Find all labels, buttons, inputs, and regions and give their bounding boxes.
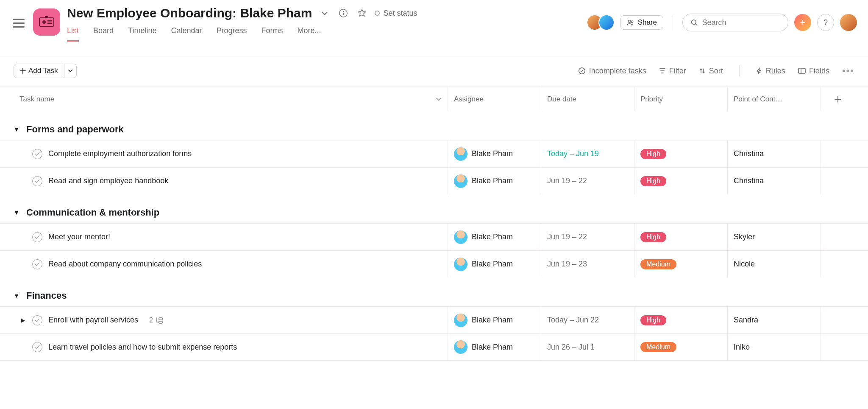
- rules-button[interactable]: Rules: [756, 67, 785, 76]
- task-row[interactable]: ▶ Read and sign employee handbook Blake …: [0, 167, 868, 194]
- task-main-cell[interactable]: ▶ Read about company communication polic…: [14, 251, 448, 277]
- due-date-cell[interactable]: Today – Jun 22: [541, 307, 634, 333]
- assignee-cell[interactable]: Blake Pham: [448, 140, 541, 167]
- fields-button[interactable]: Fields: [798, 67, 829, 76]
- due-date-cell[interactable]: Jun 26 – Jul 1: [541, 334, 634, 360]
- hamburger-menu-button[interactable]: [11, 15, 26, 31]
- column-task-name[interactable]: Task name: [14, 87, 448, 111]
- project-icon[interactable]: [33, 8, 60, 36]
- task-row[interactable]: ▶ Complete employment authorization form…: [0, 140, 868, 167]
- section-caret-icon[interactable]: ▼: [14, 209, 20, 216]
- subtask-count-badge[interactable]: 2: [149, 317, 163, 324]
- set-status-button[interactable]: Set status: [375, 9, 417, 18]
- topbar: New Employee Onboarding: Blake Pham Set …: [0, 0, 868, 55]
- complete-checkbox[interactable]: [32, 232, 42, 242]
- section-header[interactable]: ▼ Forms and paperwork: [0, 111, 868, 140]
- svg-rect-2: [47, 20, 52, 22]
- share-button[interactable]: Share: [620, 15, 663, 30]
- member-avatar[interactable]: [598, 14, 615, 31]
- expand-subtasks-caret[interactable]: ▶: [19, 317, 26, 323]
- priority-cell[interactable]: High: [634, 224, 727, 250]
- section-header[interactable]: ▼ Finances: [0, 277, 868, 306]
- assignee-avatar: [454, 147, 467, 161]
- column-poc[interactable]: Point of Cont…: [727, 87, 821, 111]
- task-main-cell[interactable]: ▶ Complete employment authorization form…: [14, 140, 448, 167]
- add-task-dropdown[interactable]: [64, 64, 77, 78]
- filter-button[interactable]: Filter: [659, 67, 686, 76]
- task-main-cell[interactable]: ▶ Learn travel policies and how to submi…: [14, 334, 448, 360]
- section-title: Forms and paperwork: [26, 124, 124, 135]
- tab-board[interactable]: Board: [93, 26, 114, 42]
- due-date-cell[interactable]: Jun 19 – 23: [541, 251, 634, 277]
- info-icon[interactable]: [337, 7, 349, 19]
- search-box[interactable]: [682, 14, 788, 31]
- tab-forms[interactable]: Forms: [262, 26, 283, 42]
- task-main-cell[interactable]: ▶ Meet your mentor!: [14, 224, 448, 250]
- tab-list[interactable]: List: [67, 26, 79, 42]
- help-button[interactable]: ?: [817, 14, 834, 31]
- task-row[interactable]: ▶ Learn travel policies and how to submi…: [0, 333, 868, 361]
- add-task-button[interactable]: Add Task: [14, 64, 64, 78]
- due-date-cell[interactable]: Today – Jun 19: [541, 140, 634, 167]
- sort-button[interactable]: Sort: [699, 67, 723, 76]
- due-date-cell[interactable]: Jun 19 – 22: [541, 168, 634, 194]
- global-add-button[interactable]: +: [794, 14, 811, 31]
- priority-cell[interactable]: Medium: [634, 251, 727, 277]
- column-due-date[interactable]: Due date: [541, 87, 634, 111]
- due-date: Jun 19 – 23: [547, 260, 587, 269]
- task-name: Read and sign employee handbook: [48, 176, 168, 185]
- search-input[interactable]: [702, 18, 780, 27]
- svg-rect-0: [39, 18, 54, 26]
- tab-progress[interactable]: Progress: [216, 26, 247, 42]
- complete-checkbox[interactable]: [32, 259, 42, 269]
- poc-cell[interactable]: Sandra: [727, 307, 821, 333]
- task-row[interactable]: ▶ Read about company communication polic…: [0, 250, 868, 277]
- poc-cell[interactable]: Skyler: [727, 224, 821, 250]
- assignee-cell[interactable]: Blake Pham: [448, 334, 541, 360]
- task-row[interactable]: ▶ Meet your mentor! Blake Pham Jun 19 – …: [0, 223, 868, 250]
- project-title[interactable]: New Employee Onboarding: Blake Pham: [67, 6, 312, 20]
- toolbar-right: Incomplete tasks Filter Sort Rules Field…: [578, 65, 854, 76]
- priority-cell[interactable]: High: [634, 307, 727, 333]
- svg-point-8: [628, 20, 631, 22]
- assignee-avatar: [454, 230, 467, 244]
- column-priority[interactable]: Priority: [634, 87, 727, 111]
- incomplete-tasks-filter[interactable]: Incomplete tasks: [578, 67, 646, 76]
- assignee-cell[interactable]: Blake Pham: [448, 251, 541, 277]
- poc-cell[interactable]: Christina: [727, 168, 821, 194]
- chevron-down-icon[interactable]: [436, 96, 442, 102]
- poc-cell[interactable]: Iniko: [727, 334, 821, 360]
- assignee-cell[interactable]: Blake Pham: [448, 224, 541, 250]
- priority-cell[interactable]: Medium: [634, 334, 727, 360]
- section-caret-icon[interactable]: ▼: [14, 126, 20, 133]
- due-date-cell[interactable]: Jun 19 – 22: [541, 224, 634, 250]
- column-assignee[interactable]: Assignee: [448, 87, 541, 111]
- poc-cell[interactable]: Christina: [727, 140, 821, 167]
- profile-avatar[interactable]: [840, 14, 857, 31]
- star-icon[interactable]: [356, 7, 368, 19]
- complete-checkbox[interactable]: [32, 315, 42, 325]
- more-actions-button[interactable]: •••: [842, 65, 854, 76]
- poc-cell[interactable]: Nicole: [727, 251, 821, 277]
- tab-calendar[interactable]: Calendar: [171, 26, 202, 42]
- add-task-group: Add Task: [14, 64, 77, 78]
- task-row[interactable]: ▶ Enroll with payroll services 2: [0, 306, 868, 333]
- priority-cell[interactable]: High: [634, 140, 727, 167]
- complete-checkbox[interactable]: [32, 342, 42, 352]
- section-caret-icon[interactable]: ▼: [14, 292, 20, 299]
- complete-checkbox[interactable]: [32, 149, 42, 159]
- add-column-button[interactable]: [821, 87, 854, 111]
- assignee-cell[interactable]: Blake Pham: [448, 168, 541, 194]
- complete-checkbox[interactable]: [32, 176, 42, 186]
- member-avatars[interactable]: [587, 14, 615, 31]
- tab-more-[interactable]: More...: [298, 26, 321, 42]
- column-task-name-label: Task name: [19, 95, 54, 104]
- priority-cell[interactable]: High: [634, 168, 727, 194]
- assignee-cell[interactable]: Blake Pham: [448, 307, 541, 333]
- task-main-cell[interactable]: ▶ Enroll with payroll services 2: [14, 307, 448, 333]
- project-dropdown-button[interactable]: [319, 7, 331, 19]
- tab-timeline[interactable]: Timeline: [128, 26, 156, 42]
- task-main-cell[interactable]: ▶ Read and sign employee handbook: [14, 168, 448, 194]
- section-header[interactable]: ▼ Communication & mentorship: [0, 194, 868, 223]
- column-assignee-label: Assignee: [454, 95, 484, 104]
